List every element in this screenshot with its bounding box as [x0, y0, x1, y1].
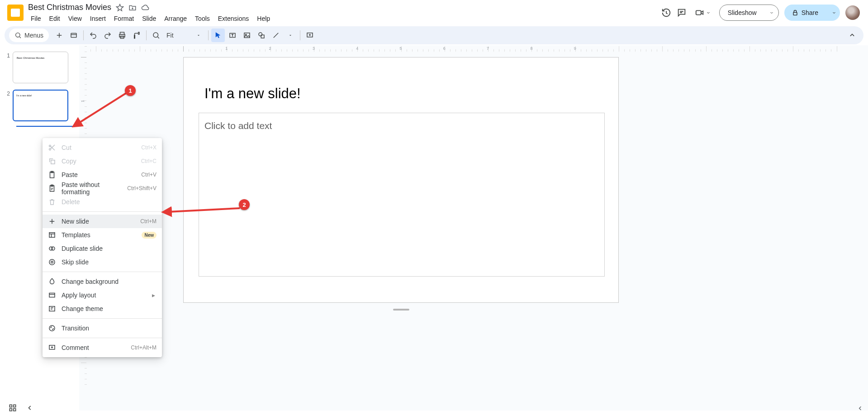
svg-rect-17: [14, 409, 16, 411]
camera-icon: [695, 8, 705, 18]
submenu-arrow-icon: ▸: [152, 292, 157, 299]
move-folder-icon[interactable]: [128, 4, 137, 12]
comments-icon[interactable]: [677, 8, 687, 18]
add-comment-button[interactable]: [303, 29, 317, 42]
redo-button[interactable]: [101, 29, 114, 42]
context-menu-label: New slide: [62, 218, 135, 225]
zoom-level-label: Fit: [166, 32, 174, 39]
context-menu-item-transition[interactable]: Transition: [43, 321, 162, 335]
slide-body-placeholder[interactable]: Click to add text: [199, 113, 605, 277]
context-menu-label: Paste without formatting: [62, 181, 122, 196]
ruler-label: 4: [356, 46, 358, 51]
toolbar: Menus Fit: [5, 26, 863, 44]
zoom-dropdown[interactable]: [192, 29, 205, 42]
thumb-title: I'm a new slide!: [16, 94, 32, 97]
menu-arrange[interactable]: Arrange: [161, 13, 190, 24]
collapse-filmstrip-icon[interactable]: [25, 403, 34, 412]
context-menu-label: Duplicate slide: [62, 245, 157, 252]
keyboard-shortcut: Ctrl+V: [141, 172, 157, 178]
thumb-number: 1: [5, 52, 13, 59]
svg-rect-16: [9, 409, 12, 411]
thumb-title: Best Christmas Movies: [17, 57, 44, 59]
svg-rect-14: [9, 405, 12, 407]
menu-slide[interactable]: Slide: [138, 13, 160, 24]
context-menu-item-delete: Delete: [43, 195, 162, 209]
context-menu-item-apply-layout[interactable]: Apply layout▸: [43, 288, 162, 302]
print-button[interactable]: [115, 29, 129, 42]
slideshow-button[interactable]: Slideshow: [719, 5, 779, 21]
svg-rect-20: [51, 160, 55, 164]
menu-help[interactable]: Help: [253, 13, 274, 24]
shape-tool-button[interactable]: [255, 29, 268, 42]
ruler-label: 1: [225, 46, 228, 51]
menu-insert[interactable]: Insert: [86, 13, 109, 24]
context-menu-item-duplicate-slide[interactable]: Duplicate slide: [43, 242, 162, 255]
account-avatar[interactable]: [845, 5, 860, 20]
horizontal-ruler: 123456789: [88, 45, 868, 53]
context-menu-label: Paste: [62, 171, 136, 178]
titlebar: Best Christmas Movies File Edit View Ins…: [0, 0, 868, 26]
context-menu-item-new-slide[interactable]: New slideCtrl+M: [43, 215, 162, 228]
cloud-status-icon[interactable]: [141, 4, 149, 12]
context-menu-label: Delete: [62, 198, 157, 206]
image-tool-button[interactable]: [240, 29, 254, 42]
slide-title-text[interactable]: I'm a new slide!: [204, 86, 301, 102]
share-button[interactable]: Share: [784, 5, 840, 21]
canvas-area[interactable]: 123456789 I'm a new slide! Click to add …: [88, 45, 868, 411]
textbox-tool-button[interactable]: [226, 29, 239, 42]
context-menu-item-templates[interactable]: TemplatesNew: [43, 228, 162, 242]
speaker-notes-handle[interactable]: [393, 309, 409, 311]
menu-file[interactable]: File: [27, 13, 45, 24]
context-menu[interactable]: CutCtrl+XCopyCtrl+CPasteCtrl+VPaste with…: [43, 138, 162, 357]
record-button[interactable]: [692, 6, 714, 19]
slides-app-icon[interactable]: [7, 5, 24, 21]
context-menu-separator: [43, 318, 162, 319]
line-dropdown[interactable]: [284, 29, 297, 42]
context-menu-item-comment[interactable]: CommentCtrl+Alt+M: [43, 341, 162, 354]
search-menus-button[interactable]: Menus: [9, 29, 49, 42]
slide-thumb-2[interactable]: 2 I'm a new slide!: [5, 90, 76, 121]
menu-tools[interactable]: Tools: [191, 13, 213, 24]
line-tool-button[interactable]: [269, 29, 283, 42]
thumb-number: 2: [5, 90, 13, 97]
history-icon[interactable]: [661, 8, 671, 18]
menu-view[interactable]: View: [65, 13, 85, 24]
zoom-level-select[interactable]: Fit: [164, 32, 191, 39]
share-dropdown[interactable]: [828, 10, 840, 15]
ruler-label: 6: [443, 46, 446, 51]
undo-button[interactable]: [86, 29, 100, 42]
context-menu-item-copy: CopyCtrl+C: [43, 154, 162, 168]
context-menu-label: Comment: [62, 344, 125, 351]
svg-point-18: [49, 145, 51, 147]
context-menu-item-change-background[interactable]: Change background: [43, 275, 162, 288]
context-menu-label: Change theme: [62, 305, 157, 312]
document-title[interactable]: Best Christmas Movies: [28, 3, 111, 12]
new-slide-layout-button[interactable]: [67, 29, 81, 42]
grid-view-icon[interactable]: [8, 403, 17, 412]
menu-format[interactable]: Format: [110, 13, 138, 24]
svg-point-11: [259, 33, 262, 36]
context-menu-label: Apply layout: [62, 292, 147, 299]
slideshow-dropdown[interactable]: [765, 10, 778, 15]
star-icon[interactable]: [116, 4, 124, 12]
explore-icon[interactable]: [856, 404, 864, 412]
paint-format-button[interactable]: [130, 29, 143, 42]
ruler-label: 9: [574, 46, 576, 51]
zoom-tool-button[interactable]: [149, 29, 163, 42]
search-menus-label: Menus: [24, 32, 43, 39]
new-slide-button[interactable]: [52, 29, 66, 42]
select-tool-button[interactable]: [211, 29, 225, 42]
context-menu-item-paste-without-formatting[interactable]: Paste without formattingCtrl+Shift+V: [43, 182, 162, 195]
slide-thumb-1[interactable]: 1 Best Christmas Movies: [5, 52, 76, 83]
context-menu-item-paste[interactable]: PasteCtrl+V: [43, 168, 162, 182]
annotation-dot-2: 2: [239, 199, 250, 210]
context-menu-label: Copy: [62, 158, 136, 165]
context-menu-item-change-theme[interactable]: Change theme: [43, 302, 162, 316]
context-menu-item-skip-slide[interactable]: Skip slide: [43, 255, 162, 269]
menu-edit[interactable]: Edit: [46, 13, 64, 24]
context-menu-separator: [43, 272, 162, 272]
collapse-toolbar-button[interactable]: [845, 29, 859, 42]
menu-extensions[interactable]: Extensions: [214, 13, 252, 24]
slideshow-label: Slideshow: [720, 9, 765, 16]
slide-canvas[interactable]: I'm a new slide! Click to add text: [183, 57, 619, 303]
